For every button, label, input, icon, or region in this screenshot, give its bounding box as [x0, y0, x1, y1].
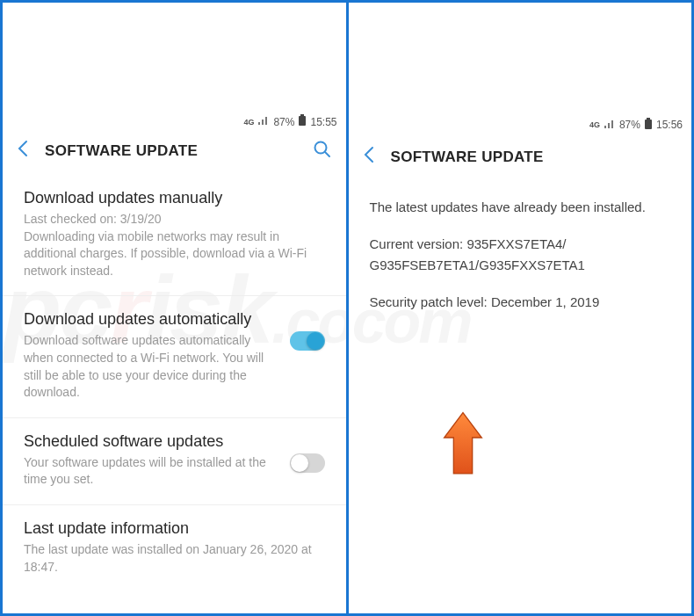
- scheduled-desc: Your software updates will be installed …: [24, 454, 279, 489]
- svg-rect-2: [300, 118, 305, 125]
- battery-percent: 87%: [619, 119, 640, 131]
- auto-title: Download updates automatically: [24, 310, 279, 329]
- header-bar: SOFTWARE UPDATE: [3, 129, 346, 175]
- battery-icon: [298, 114, 307, 129]
- auto-desc: Download software updates automatically …: [24, 332, 279, 401]
- annotation-arrow-right: [437, 409, 489, 480]
- manual-title: Download updates manually: [24, 189, 325, 207]
- scheduled-row[interactable]: Scheduled software updates Your software…: [3, 418, 346, 505]
- status-bar: 4G 87% 15:55: [3, 114, 346, 129]
- network-indicator: 4G: [243, 118, 254, 127]
- security-patch: Security patch level: December 1, 2019: [370, 292, 671, 313]
- svg-rect-5: [645, 120, 652, 129]
- svg-rect-1: [300, 114, 304, 116]
- update-info-block: The latest updates have already been ins…: [349, 181, 692, 329]
- header-bar-right: SOFTWARE UPDATE: [349, 135, 692, 181]
- scheduled-title: Scheduled software updates: [24, 432, 279, 451]
- last-title: Last update information: [24, 519, 325, 538]
- page-title: SOFTWARE UPDATE: [45, 142, 313, 160]
- last-desc: The last update was installed on January…: [24, 541, 325, 576]
- right-phone: isk.com 4G 87% 15:56 SOFTWARE UPDATE The…: [349, 3, 692, 613]
- version-info: Current version: 935FXXS7ETA4/ G935FSEB7…: [370, 234, 671, 276]
- update-message: The latest updates have already been ins…: [370, 197, 671, 218]
- battery-percent: 87%: [273, 116, 294, 128]
- network-indicator: 4G: [589, 120, 600, 129]
- svg-rect-6: [647, 118, 650, 120]
- battery-icon: [644, 118, 653, 133]
- left-phone: pcrisk.com 4G 87% 15:55 SOFTWARE UPDATE …: [3, 3, 346, 613]
- signal-icon: [257, 115, 270, 128]
- back-icon[interactable]: [17, 140, 29, 163]
- page-title: SOFTWARE UPDATE: [391, 149, 678, 166]
- download-manually-row[interactable]: Download updates manually Last checked o…: [3, 175, 346, 296]
- back-icon[interactable]: [363, 146, 375, 169]
- last-update-row[interactable]: Last update information The last update …: [3, 505, 346, 591]
- manual-desc: Last checked on: 3/19/20 Downloading via…: [24, 211, 325, 279]
- clock: 15:55: [310, 116, 336, 128]
- download-auto-row[interactable]: Download updates automatically Download …: [3, 296, 346, 417]
- signal-icon: [604, 119, 616, 132]
- svg-line-4: [325, 152, 329, 156]
- status-bar-right: 4G 87% 15:56: [349, 114, 692, 135]
- clock: 15:56: [656, 119, 683, 131]
- scheduled-toggle[interactable]: [290, 453, 325, 473]
- search-icon[interactable]: [313, 140, 332, 163]
- auto-toggle[interactable]: [290, 331, 325, 351]
